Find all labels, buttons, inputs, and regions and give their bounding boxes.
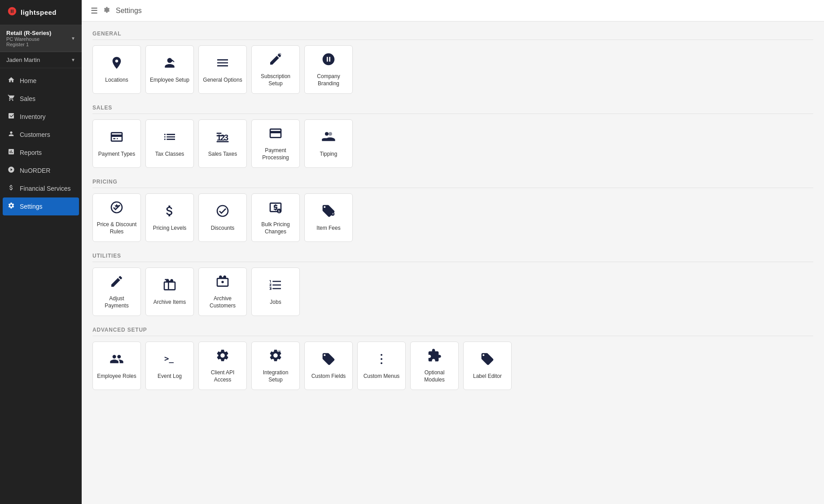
topbar-gear-icon [103,6,110,15]
custom-menus-icon [374,352,389,369]
tile-archive-items-label: Archive Items [153,299,186,306]
tile-optional-modules[interactable]: Optional Modules [410,342,459,390]
store-name: Retail (R-Series) [6,30,51,36]
tile-price-discount-rules[interactable]: Price & Discount Rules [92,193,141,242]
tile-bulk-pricing-changes[interactable]: 1 Bulk Pricing Changes [251,193,300,242]
svg-rect-2 [117,138,118,139]
svg-text:+: + [332,212,334,215]
tile-sales-taxes[interactable]: 123 Sales Taxes [198,119,247,168]
section-utilities-label: UTILITIES [92,253,813,262]
pricing-levels-icon [162,204,177,221]
tile-subscription-setup[interactable]: Subscription Setup [251,45,300,94]
tile-integration-setup[interactable]: Integration Setup [251,342,300,390]
tile-bulk-pricing-label: Bulk Pricing Changes [255,221,296,235]
sidebar-item-home-label: Home [20,77,36,84]
content-area: GENERAL Locations Employee Setup [82,22,824,504]
sidebar-item-financial-label: Financial Services [20,185,71,192]
sidebar-item-customers-label: Customers [20,131,50,138]
sidebar-item-settings[interactable]: Settings [3,197,79,215]
svg-text:1: 1 [278,209,280,213]
tile-integration-label: Integration Setup [255,369,296,383]
bulk-pricing-icon: 1 [268,200,283,218]
sales-tiles: Payment Types Tax Classes 123 Sales Taxe… [92,119,813,168]
tile-locations[interactable]: Locations [92,45,141,94]
logo-icon [7,6,17,18]
tile-locations-label: Locations [105,77,128,84]
tile-employee-setup[interactable]: Employee Setup [145,45,194,94]
tile-custom-menus[interactable]: Custom Menus [357,342,406,390]
user-dropdown[interactable]: Jaden Martin ▼ [0,52,82,68]
sidebar-item-nuorder[interactable]: NuORDER [0,162,82,180]
tile-client-api-access[interactable]: Client API Access [198,342,247,390]
dropdown-chevron: ▼ [71,36,75,41]
tile-payment-types-label: Payment Types [98,151,136,158]
payment-processing-icon [268,126,283,144]
general-options-icon [215,56,230,73]
tile-client-api-label: Client API Access [202,369,243,383]
sidebar-item-settings-label: Settings [20,203,43,210]
section-utilities: UTILITIES Adjust Payments Archive Items [92,253,813,316]
tile-discounts[interactable]: Discounts [198,193,247,242]
logo[interactable]: lightspeed [0,0,82,25]
discount-rules-icon [110,200,124,218]
employee-roles-icon [110,352,124,369]
svg-text:>_: >_ [164,354,174,363]
svg-point-17 [277,350,281,354]
tile-sales-taxes-label: Sales Taxes [208,151,237,158]
integration-icon [268,348,283,366]
tile-label-editor-label: Label Editor [473,373,502,380]
sidebar-item-financial[interactable]: Financial Services [0,180,82,197]
svg-point-15 [221,281,224,283]
sidebar: lightspeed Retail (R-Series) PC Warehous… [0,0,82,504]
sidebar-item-reports[interactable]: Reports [0,144,82,162]
tile-pricing-levels-label: Pricing Levels [153,225,187,232]
tile-tax-classes[interactable]: Tax Classes [145,119,194,168]
tile-label-editor[interactable]: Label Editor [463,342,512,390]
customers-icon [7,130,15,139]
tile-general-options[interactable]: General Options [198,45,247,94]
tile-employee-roles[interactable]: Employee Roles [92,342,141,390]
label-editor-icon [480,352,495,369]
tile-archive-customers[interactable]: Archive Customers [198,267,247,316]
tile-jobs[interactable]: Jobs [251,267,300,316]
utilities-tiles: Adjust Payments Archive Items Archive Cu… [92,267,813,316]
store-dropdown[interactable]: Retail (R-Series) PC WarehouseRegister 1… [0,25,82,52]
tile-archive-items[interactable]: Archive Items [145,267,194,316]
sidebar-item-reports-label: Reports [20,149,42,156]
tile-event-log[interactable]: >_ Event Log [145,342,194,390]
tile-adjust-payments-label: Adjust Payments [96,295,137,309]
discounts-icon [215,204,230,221]
optional-modules-icon [427,348,442,366]
svg-point-0 [278,53,281,56]
item-fees-icon: + [321,204,336,221]
tile-employee-roles-label: Employee Roles [97,373,136,380]
tile-custom-fields-label: Custom Fields [311,373,346,380]
payment-types-icon [110,130,124,147]
tile-item-fees[interactable]: + Item Fees [304,193,353,242]
user-name: Jaden Martin [6,57,40,63]
tile-payment-types[interactable]: Payment Types [92,119,141,168]
svg-point-10 [329,132,332,136]
svg-point-20 [381,362,382,364]
sidebar-item-sales[interactable]: Sales [0,90,82,108]
tile-adjust-payments[interactable]: Adjust Payments [92,267,141,316]
sidebar-item-customers[interactable]: Customers [0,126,82,144]
tile-tipping[interactable]: Tipping [304,119,353,168]
tile-company-branding[interactable]: Company Branding [304,45,353,94]
sidebar-item-inventory[interactable]: Inventory [0,108,82,126]
section-general: GENERAL Locations Employee Setup [92,31,813,94]
tipping-icon [321,130,336,147]
tile-custom-fields[interactable]: Custom Fields [304,342,353,390]
sales-taxes-icon: 123 [215,130,230,147]
tile-tipping-label: Tipping [320,151,337,158]
section-general-label: GENERAL [92,31,813,40]
sidebar-item-home[interactable]: Home [0,72,82,90]
sidebar-item-inventory-label: Inventory [20,113,46,120]
sidebar-item-nuorder-label: NuORDER [20,167,50,174]
tile-archive-customers-label: Archive Customers [202,295,243,309]
tile-payment-processing[interactable]: Payment Processing [251,119,300,168]
tile-item-fees-label: Item Fees [316,225,340,232]
archive-customers-icon [215,274,230,292]
menu-toggle-icon[interactable]: ☰ [91,6,98,16]
tile-pricing-levels[interactable]: Pricing Levels [145,193,194,242]
